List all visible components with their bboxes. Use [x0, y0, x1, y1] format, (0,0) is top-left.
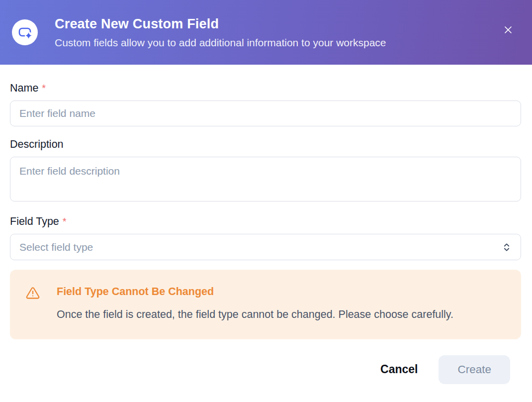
- modal-subtitle: Custom fields allow you to add additiona…: [55, 37, 482, 49]
- name-input[interactable]: [10, 100, 521, 126]
- description-field-group: Description: [10, 138, 521, 203]
- custom-field-icon-glyph: [17, 24, 33, 40]
- modal-footer: Cancel Create: [10, 339, 521, 384]
- modal-title: Create New Custom Field: [55, 16, 482, 32]
- name-label-text: Name: [10, 82, 38, 95]
- create-custom-field-modal: Create New Custom Field Custom fields al…: [0, 0, 532, 402]
- required-asterisk: *: [42, 83, 46, 94]
- name-field-group: Name *: [10, 82, 521, 126]
- description-label: Description: [10, 138, 521, 151]
- field-type-label: Field Type *: [10, 215, 521, 228]
- field-type-warning-banner: Field Type Cannot Be Changed Once the fi…: [10, 270, 521, 339]
- header-text: Create New Custom Field Custom fields al…: [55, 16, 482, 49]
- description-label-text: Description: [10, 138, 64, 151]
- field-type-selected-value: Select field type: [19, 241, 93, 253]
- modal-body: Name * Description Field Type * Select f…: [0, 65, 532, 384]
- field-type-group: Field Type * Select field type: [10, 215, 521, 260]
- close-button[interactable]: [499, 21, 517, 39]
- custom-field-icon: [12, 19, 38, 45]
- chevrons-up-down-icon: [501, 242, 512, 253]
- required-asterisk: *: [63, 216, 67, 227]
- warning-title: Field Type Cannot Be Changed: [57, 286, 453, 298]
- create-button[interactable]: Create: [439, 355, 510, 384]
- warning-triangle-icon: [26, 286, 40, 302]
- cancel-button[interactable]: Cancel: [377, 358, 421, 381]
- modal-header: Create New Custom Field Custom fields al…: [0, 0, 532, 65]
- description-input[interactable]: [10, 157, 521, 201]
- name-label: Name *: [10, 82, 521, 95]
- warning-content: Field Type Cannot Be Changed Once the fi…: [57, 286, 453, 324]
- close-icon: [502, 24, 514, 36]
- field-type-select[interactable]: Select field type: [10, 234, 521, 260]
- warning-body: Once the field is created, the field typ…: [57, 305, 453, 324]
- field-type-label-text: Field Type: [10, 215, 59, 228]
